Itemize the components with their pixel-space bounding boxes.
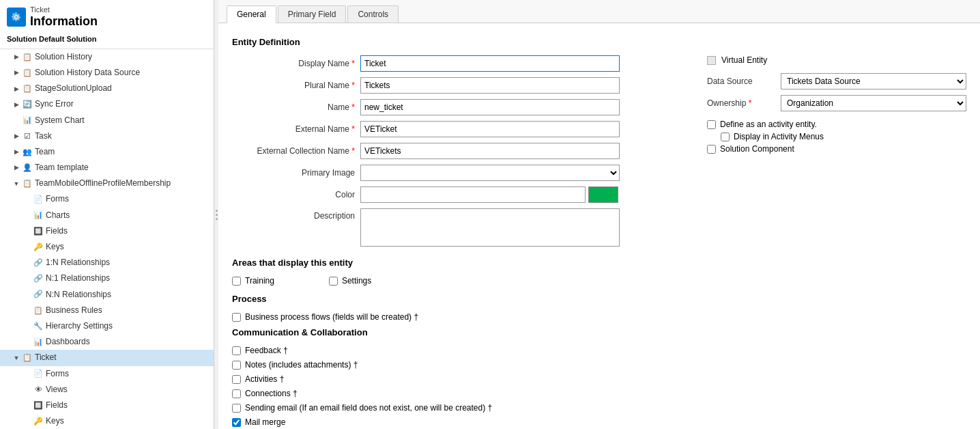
sidebar-item-label: Hierarchy Settings	[46, 320, 113, 333]
expand-arrow: ▶	[11, 163, 22, 172]
dashboards-icon: 📊	[33, 337, 44, 348]
comm-section: Communication & Collaboration Feedback †…	[232, 327, 693, 429]
sidebar-item-task[interactable]: ▶ ☑ Task	[0, 128, 214, 144]
display-activity-label: Display in Activity Menus	[734, 132, 824, 141]
primary-image-select[interactable]	[360, 165, 620, 181]
data-source-row: Data Source Tickets Data Source	[707, 73, 966, 89]
display-activity-checkbox[interactable]	[721, 133, 730, 141]
connections-checkbox[interactable]	[232, 389, 241, 398]
forms-icon: 📄	[33, 194, 44, 205]
name-input[interactable]	[360, 99, 620, 115]
sidebar-item-label: Fields	[46, 399, 68, 412]
sidebar-item-stage-solution[interactable]: ▶ 📋 StageSolutionUpload	[0, 81, 214, 96]
sidebar-item-ticket-forms[interactable]: 📄 Forms	[0, 366, 214, 382]
sidebar-item-label: Views	[46, 383, 68, 396]
sidebar-item-dashboards[interactable]: 📊 Dashboards	[0, 334, 214, 350]
activities-checkbox[interactable]	[232, 375, 241, 384]
sidebar-item-fields[interactable]: 🔲 Fields	[0, 223, 214, 239]
sidebar-item-solution-history[interactable]: ▶ 📋 Solution History	[0, 49, 214, 65]
entity-definition-title: Entity Definition	[232, 37, 966, 47]
display-activity-row: Display in Activity Menus	[721, 132, 966, 141]
define-activity-label: Define as an activity entity.	[720, 120, 817, 129]
training-checkbox[interactable]	[232, 277, 241, 286]
header-right: Ticket Information	[30, 5, 98, 29]
nn-rel-icon: 🔗	[33, 289, 44, 300]
required-star: *	[351, 59, 355, 68]
sidebar-item-label: Keys	[46, 240, 64, 253]
sidebar-item-nn-rel[interactable]: 🔗 N:N Relationships	[0, 287, 214, 303]
team-template-icon: 👤	[22, 163, 33, 174]
sidebar-item-1n-rel[interactable]: 🔗 1:N Relationships	[0, 255, 214, 271]
solution-component-row: Solution Component	[707, 144, 966, 154]
ticket-forms-icon: 📄	[33, 368, 44, 379]
expand-arrow: ▶	[11, 131, 22, 141]
sidebar-item-ticket-views[interactable]: 👁 Views	[0, 382, 214, 398]
external-collection-input[interactable]	[360, 143, 620, 159]
sidebar-item-hierarchy-settings[interactable]: 🔧 Hierarchy Settings	[0, 318, 214, 334]
stage-solution-icon: 📋	[22, 83, 33, 94]
sidebar-item-team-template[interactable]: ▶ 👤 Team template	[0, 160, 214, 176]
sidebar-item-system-chart[interactable]: 📊 System Chart	[0, 113, 214, 128]
sidebar-item-forms[interactable]: 📄 Forms	[0, 191, 214, 207]
sidebar-item-label: Ticket	[35, 351, 57, 364]
sidebar-item-team-mobile[interactable]: ▼ 📋 TeamMobileOfflineProfileMembership	[0, 176, 214, 191]
sidebar-item-business-rules[interactable]: 📋 Business Rules	[0, 303, 214, 318]
display-name-input[interactable]	[360, 55, 620, 72]
sidebar-item-ticket-fields[interactable]: 🔲 Fields	[0, 398, 214, 413]
sidebar-item-team[interactable]: ▶ 👥 Team	[0, 144, 214, 160]
expand-arrow: ▼	[11, 353, 22, 363]
sidebar-item-label: Charts	[46, 209, 70, 222]
process-section: Process Business process flows (fields w…	[232, 294, 693, 322]
tab-general[interactable]: General	[227, 5, 276, 23]
sidebar-item-sync-error[interactable]: ▶ 🔄 Sync Error	[0, 96, 214, 112]
solution-history-icon: 📋	[22, 51, 33, 62]
training-label: Training	[245, 276, 274, 286]
solution-component-checkbox[interactable]	[707, 145, 716, 154]
sidebar-item-n1-rel[interactable]: 🔗 N:1 Relationships	[0, 271, 214, 286]
training-checkbox-row: Training	[232, 276, 274, 286]
sidebar-item-charts[interactable]: 📊 Charts	[0, 208, 214, 223]
sending-email-checkbox[interactable]	[232, 404, 241, 413]
settings-checkbox[interactable]	[329, 277, 338, 286]
sidebar-item-label: Sync Error	[35, 98, 74, 111]
data-source-select[interactable]: Tickets Data Source	[781, 73, 966, 89]
sidebar-item-ticket-keys[interactable]: 🔑 Keys	[0, 413, 214, 429]
sidebar-item-solution-history-ds[interactable]: ▶ 📋 Solution History Data Source	[0, 65, 214, 81]
sidebar-item-label: Forms	[46, 368, 69, 380]
areas-section: Areas that display this entity Training …	[232, 258, 693, 288]
description-textarea[interactable]	[360, 208, 620, 247]
settings-checkbox-row: Settings	[329, 276, 371, 286]
sidebar: Ticket Information Solution Default Solu…	[0, 0, 214, 429]
color-input[interactable]	[360, 186, 586, 203]
n1-rel-icon: 🔗	[33, 273, 44, 284]
sync-error-icon: 🔄	[22, 99, 33, 110]
external-name-input[interactable]	[360, 121, 620, 137]
sidebar-item-keys[interactable]: 🔑 Keys	[0, 239, 214, 255]
sidebar-item-label: Fields	[46, 225, 68, 238]
tab-primary-field[interactable]: Primary Field	[278, 5, 347, 23]
form-left-col: Display Name * Plural Name * Name *	[232, 55, 693, 429]
virtual-entity-row: Virtual Entity	[707, 55, 966, 65]
define-activity-checkbox[interactable]	[707, 120, 716, 129]
expand-arrow: ▶	[11, 100, 22, 109]
ownership-select[interactable]: Organization	[781, 95, 966, 111]
display-name-label: Display Name *	[232, 59, 355, 68]
tab-controls[interactable]: Controls	[347, 5, 399, 23]
sidebar-item-ticket[interactable]: ▼ 📋 Ticket	[0, 350, 214, 365]
required-star: *	[351, 124, 355, 134]
description-row: Description	[232, 208, 693, 247]
plural-name-row: Plural Name *	[232, 77, 693, 94]
bpf-checkbox[interactable]	[232, 313, 241, 322]
sidebar-item-label: System Chart	[35, 114, 85, 127]
mail-merge-checkbox[interactable]	[232, 418, 241, 427]
areas-checkboxes: Training Settings	[232, 276, 693, 288]
sidebar-item-label: Dashboards	[46, 335, 90, 348]
plural-name-input[interactable]	[360, 77, 620, 94]
charts-icon: 📊	[33, 210, 44, 221]
sidebar-item-label: StageSolutionUpload	[35, 82, 112, 95]
main-content: General Primary Field Controls Entity De…	[218, 0, 980, 429]
color-swatch[interactable]	[588, 186, 618, 203]
feedback-checkbox[interactable]	[232, 346, 241, 355]
notes-checkbox[interactable]	[232, 361, 241, 370]
color-label: Color	[232, 190, 355, 199]
